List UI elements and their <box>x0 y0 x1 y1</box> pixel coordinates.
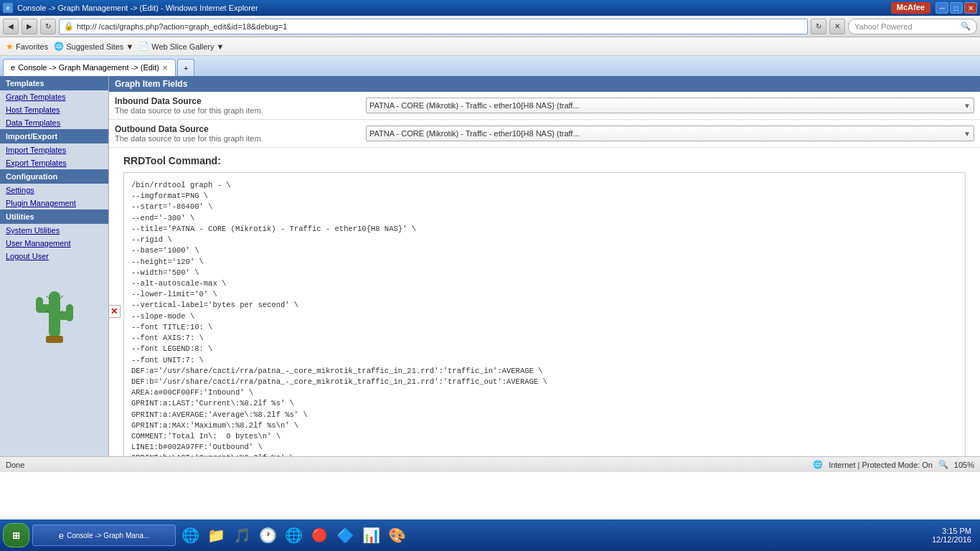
new-tab-button[interactable]: + <box>177 59 194 76</box>
address-bar: ◀ ▶ ↻ 🔒 http:// /cacti/graphs.php?action… <box>0 16 980 37</box>
dropdown-arrow-icon: ▼ <box>126 42 133 51</box>
outbound-dropdown-arrow-icon: ▼ <box>963 130 971 138</box>
dropdown-arrow2-icon: ▼ <box>216 42 224 51</box>
inbound-label-col: Inbound Data Source The data source to u… <box>115 96 366 115</box>
zoom-text: 105% <box>954 461 974 469</box>
title-bar-text: Console -> Graph Management -> (Edit) - … <box>17 4 258 12</box>
url-text: http:// /cacti/graphs.php?action=graph_e… <box>77 22 287 31</box>
inbound-value-col: PATNA - CORE (Mikrotik) - Traffic - ethe… <box>366 98 974 113</box>
svg-rect-5 <box>46 336 63 343</box>
outbound-value-text: PATNA - CORE (Mikrotik) - Traffic - ethe… <box>369 129 580 138</box>
inbound-value-text: PATNA - CORE (Mikrotik) - Traffic - ethe… <box>369 101 580 110</box>
title-bar-controls: McAfee ─ □ ✕ <box>891 2 977 14</box>
zone-text: Internet | Protected Mode: On <box>829 461 933 469</box>
content-area: Graph Item Fields Inbound Data Source Th… <box>109 76 980 456</box>
rrd-command-title: RRDTool Command: <box>123 155 966 166</box>
address-field[interactable]: 🔒 http:// /cacti/graphs.php?action=graph… <box>59 19 808 34</box>
rrd-section: RRDTool Command: ✕ /bin/rrdtool graph - … <box>109 148 980 456</box>
sidebar-item-graph-templates[interactable]: Graph Templates <box>0 90 108 103</box>
minimize-button[interactable]: ─ <box>936 2 948 14</box>
sidebar-item-export-templates[interactable]: Export Templates <box>0 156 108 169</box>
stop-button[interactable]: ✕ <box>829 19 845 34</box>
star-icon: ★ <box>6 42 14 52</box>
sidebar-item-system-utilities[interactable]: System Utilities <box>0 224 108 237</box>
search-text: Yahoo! Powered <box>854 22 913 31</box>
sidebar-item-import-templates[interactable]: Import Templates <box>0 143 108 156</box>
rrd-command-container: ✕ /bin/rrdtool graph - \ --imgformat=PNG… <box>123 172 966 456</box>
globe-icon: 🌐 <box>54 42 64 51</box>
suggested-sites-item[interactable]: 🌐 Suggested Sites ▼ <box>54 42 133 51</box>
status-bar: Done 🌐 Internet | Protected Mode: On 🔍 1… <box>0 456 980 472</box>
svg-line-7 <box>60 296 63 298</box>
sidebar-header-configuration: Configuration <box>0 169 108 184</box>
favorites-button[interactable]: ★ Favorites <box>6 42 48 52</box>
outbound-dropdown[interactable]: PATNA - CORE (Mikrotik) - Traffic - ethe… <box>366 126 974 141</box>
slice-icon: 📄 <box>139 42 149 51</box>
ie-tab-icon: e <box>11 63 15 72</box>
favorites-bar: ★ Favorites 🌐 Suggested Sites ▼ 📄 Web Sl… <box>0 37 980 56</box>
mcafee-badge: McAfee <box>891 2 930 14</box>
main-layout: Templates Graph Templates Host Templates… <box>0 76 980 456</box>
sidebar-item-host-templates[interactable]: Host Templates <box>0 103 108 116</box>
tab-bar: e Console -> Graph Management -> (Edit) … <box>0 56 980 76</box>
sidebar-header-import-export: Import/Export <box>0 129 108 143</box>
svg-rect-2 <box>36 297 43 313</box>
inbound-dropdown[interactable]: PATNA - CORE (Mikrotik) - Traffic - ethe… <box>366 98 974 113</box>
web-slice-label: Web Slice Gallery <box>151 42 214 51</box>
graph-item-fields-header: Graph Item Fields <box>109 76 980 92</box>
svg-line-6 <box>46 296 49 298</box>
close-button[interactable]: ✕ <box>964 2 977 14</box>
refresh-button[interactable]: ↻ <box>40 19 56 34</box>
ie-icon: e <box>3 3 13 13</box>
outbound-label-col: Outbound Data Source The data source to … <box>115 124 366 143</box>
sidebar-header-templates: Templates <box>0 76 108 90</box>
outbound-desc: The data source to use for this graph it… <box>115 134 366 143</box>
search-icon: 🔍 <box>961 22 971 31</box>
back-button[interactable]: ◀ <box>3 19 19 34</box>
sidebar-item-plugin-management[interactable]: Plugin Management <box>0 197 108 209</box>
title-bar-left: e Console -> Graph Management -> (Edit) … <box>3 3 258 13</box>
outbound-value-col: PATNA - CORE (Mikrotik) - Traffic - ethe… <box>366 126 974 141</box>
tab-label: Console -> Graph Management -> (Edit) <box>18 63 159 72</box>
inbound-label: Inbound Data Source <box>115 96 366 106</box>
search-field[interactable]: Yahoo! Powered 🔍 <box>848 19 977 34</box>
title-bar: e Console -> Graph Management -> (Edit) … <box>0 0 980 16</box>
globe-status-icon: 🌐 <box>813 460 823 469</box>
svg-rect-4 <box>66 304 73 321</box>
status-text: Done <box>6 461 24 469</box>
outbound-field-row: Outbound Data Source The data source to … <box>109 120 980 148</box>
suggested-sites-label: Suggested Sites <box>66 42 123 51</box>
inbound-desc: The data source to use for this graph it… <box>115 106 366 115</box>
forward-button[interactable]: ▶ <box>22 19 37 34</box>
sidebar-item-data-templates[interactable]: Data Templates <box>0 116 108 129</box>
zoom-icon: 🔍 <box>938 460 948 469</box>
sidebar: Templates Graph Templates Host Templates… <box>0 76 109 456</box>
sidebar-header-utilities: Utilities <box>0 209 108 224</box>
status-right: 🌐 Internet | Protected Mode: On 🔍 105% <box>813 460 974 469</box>
inbound-dropdown-arrow-icon: ▼ <box>963 102 971 110</box>
error-x-icon: ✕ <box>109 305 121 318</box>
sidebar-item-logout[interactable]: Logout User <box>0 250 108 263</box>
main-tab[interactable]: e Console -> Graph Management -> (Edit) … <box>3 59 176 76</box>
inbound-field-row: Inbound Data Source The data source to u… <box>109 92 980 120</box>
sidebar-item-settings[interactable]: Settings <box>0 184 108 197</box>
web-slice-gallery-item[interactable]: 📄 Web Slice Gallery ▼ <box>139 42 224 51</box>
refresh2-button[interactable]: ↻ <box>811 19 826 34</box>
sidebar-item-user-management[interactable]: User Management <box>0 237 108 250</box>
maximize-button[interactable]: □ <box>950 2 963 14</box>
favorites-label: Favorites <box>16 42 48 51</box>
rrd-command-text: /bin/rrdtool graph - \ --imgformat=PNG \… <box>123 172 966 456</box>
cactus-logo <box>0 263 108 363</box>
outbound-label: Outbound Data Source <box>115 124 366 134</box>
tab-close-button[interactable]: ✕ <box>162 64 168 72</box>
